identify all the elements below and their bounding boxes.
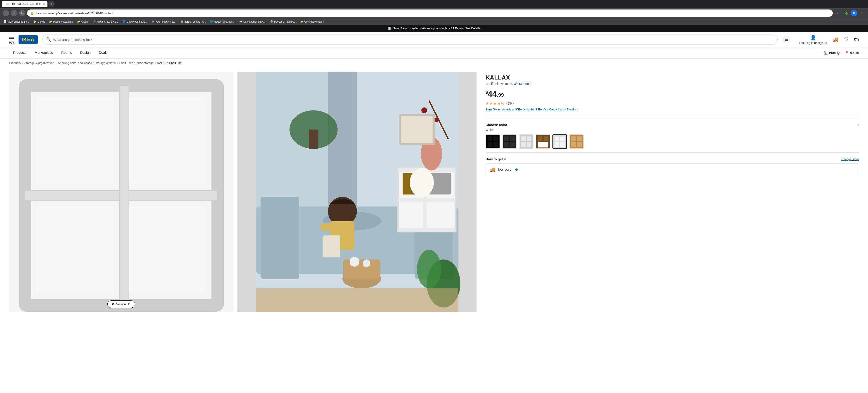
bookmark-item[interactable]: ☁️ S3 Management C... bbox=[237, 20, 268, 24]
price-dollar-sign: $ bbox=[486, 90, 488, 95]
menu-button[interactable]: Menu bbox=[9, 37, 14, 42]
forward-button[interactable]: → bbox=[11, 10, 17, 16]
bookmark-item[interactable]: 🔵 Google Compute... bbox=[121, 20, 149, 24]
camera-icon: 📷 bbox=[784, 38, 788, 41]
svg-rect-11 bbox=[309, 130, 318, 149]
svg-rect-2 bbox=[119, 86, 129, 305]
hamburger-line bbox=[9, 40, 14, 40]
close-tab-icon[interactable]: ✕ bbox=[43, 3, 45, 6]
ikea-nav: Products Marketplace Rooms Design Deals … bbox=[0, 47, 868, 59]
svg-rect-51 bbox=[526, 136, 527, 148]
product-layout: ⟳ View in 3D bbox=[0, 67, 868, 317]
svg-rect-3 bbox=[37, 98, 113, 185]
svg-rect-61 bbox=[559, 136, 560, 147]
change-store-link[interactable]: Change store bbox=[841, 157, 859, 161]
header-actions: 👤 Hej! Log in or sign up 🚚 ♡ 🛍 bbox=[799, 35, 859, 44]
nav-design[interactable]: Design bbox=[76, 47, 95, 58]
announcement-bar: ℹ️ New! Save on select delivery options … bbox=[0, 25, 868, 32]
svg-point-36 bbox=[417, 250, 441, 288]
color-swatch-darkgray[interactable] bbox=[502, 134, 517, 149]
nav-marketplace[interactable]: Marketplace bbox=[31, 47, 57, 58]
svg-point-38 bbox=[410, 168, 434, 197]
url-text: ikea.com/us/en/p/kallax-shelf-unit-white… bbox=[36, 11, 830, 15]
color-swatch-beige[interactable] bbox=[569, 134, 584, 149]
breadcrumb-sep: › bbox=[155, 61, 156, 65]
address-bar[interactable]: 🔒 ikea.com/us/en/p/kallax-shelf-unit-whi… bbox=[27, 9, 833, 17]
login-button[interactable]: 👤 Hej! Log in or sign up bbox=[799, 35, 827, 44]
menu-label: Menu bbox=[9, 41, 14, 42]
breadcrumb-products[interactable]: Products bbox=[9, 61, 21, 65]
info-icon: ℹ️ bbox=[388, 27, 392, 30]
price-cents: .99 bbox=[497, 92, 504, 98]
nav-products[interactable]: Products bbox=[9, 47, 31, 58]
color-swatch-walnut[interactable] bbox=[536, 134, 550, 149]
store-selector[interactable]: 🏪 Brooklyn bbox=[824, 51, 841, 55]
svg-rect-6 bbox=[129, 206, 205, 293]
bookmark-star-icon[interactable]: ☆ bbox=[835, 10, 841, 16]
color-swatch-white[interactable] bbox=[553, 134, 567, 149]
back-button[interactable]: ← bbox=[3, 10, 9, 16]
more-options-icon[interactable]: ⋮ bbox=[859, 10, 865, 16]
heart-icon: ♡ bbox=[844, 37, 848, 42]
3d-icon: ⟳ bbox=[112, 302, 115, 306]
camera-search-button[interactable]: 📷 bbox=[782, 35, 790, 43]
announcement-text: New! Save on select delivery options wit… bbox=[393, 27, 480, 30]
reload-button[interactable]: ↻ bbox=[19, 10, 25, 16]
bookmark-item[interactable]: 📁 Other Bookmarks bbox=[298, 20, 326, 24]
color-swatch-black[interactable] bbox=[486, 134, 500, 149]
product-size-link[interactable]: 30 3/8x30 3/8 " bbox=[510, 82, 531, 86]
active-tab[interactable]: 🛒 KALLAX Shelf unit - IKEA ✕ bbox=[2, 1, 48, 7]
view-3d-label: View in 3D bbox=[116, 302, 130, 306]
search-bar[interactable]: 🔍 bbox=[42, 35, 778, 44]
cart-button[interactable]: 🛍 bbox=[854, 37, 859, 42]
nav-rooms[interactable]: Rooms bbox=[57, 47, 76, 58]
delivery-truck-icon: 🚚 bbox=[489, 167, 495, 172]
bookmark-item[interactable]: 🔗 Alibaba - ECS Ma... bbox=[91, 20, 120, 24]
wishlist-button[interactable]: ♡ bbox=[844, 37, 848, 42]
bookmark-item[interactable]: 📦 Packer by HashiC... bbox=[268, 20, 298, 24]
browser-actions: ☆ 🧩 P ⋮ bbox=[835, 10, 865, 16]
credit-card-offer[interactable]: Earn 5% in rewards at IKEA using the IKE… bbox=[486, 108, 859, 115]
svg-rect-39 bbox=[400, 115, 434, 144]
search-input[interactable] bbox=[53, 38, 774, 41]
breadcrumb-shelf-units[interactable]: Shelf units & cube storage bbox=[119, 61, 154, 65]
product-rating: ★★★★½ (834) bbox=[486, 101, 859, 106]
how-to-get-header: How to get it Change store bbox=[486, 157, 859, 161]
tab-favicon: 🛒 bbox=[4, 1, 11, 7]
extensions-icon[interactable]: 🧩 bbox=[843, 10, 849, 16]
bookmark-item[interactable]: 🌐 Modem debuggin... bbox=[208, 20, 237, 24]
bookmark-item[interactable]: 📁 Crypto bbox=[75, 20, 90, 24]
new-tab-button[interactable]: + bbox=[49, 1, 55, 7]
breadcrumb-sep: › bbox=[22, 61, 23, 65]
svg-rect-37 bbox=[256, 288, 458, 312]
breadcrumb-current: KALLAX Shelf unit bbox=[157, 61, 182, 65]
nav-deals[interactable]: Deals bbox=[95, 47, 112, 58]
rating-count: (834) bbox=[506, 102, 514, 105]
product-images: ⟳ View in 3D bbox=[9, 72, 476, 313]
search-icon: 🔍 bbox=[46, 37, 51, 42]
delivery-icon-button[interactable]: 🚚 bbox=[833, 37, 839, 42]
svg-rect-43 bbox=[492, 136, 493, 148]
svg-rect-28 bbox=[398, 198, 456, 202]
product-main-image: ⟳ View in 3D bbox=[9, 72, 234, 313]
delivery-option: 🚚 Delivery bbox=[486, 163, 859, 176]
color-swatch-whitegray[interactable] bbox=[519, 134, 533, 149]
hamburger-line bbox=[9, 38, 14, 39]
bookmark-item[interactable]: ⚙️ aws-lambda-lifec... bbox=[150, 20, 178, 24]
bookmark-item[interactable]: 🔒 ngrok - secure int... bbox=[179, 20, 208, 24]
breadcrumb-storage[interactable]: Storage & organization bbox=[24, 61, 54, 65]
view-3d-button[interactable]: ⟳ View in 3D bbox=[107, 300, 135, 308]
truck-icon: 🚚 bbox=[833, 37, 839, 42]
bookmark-item[interactable]: 📁 Github bbox=[32, 20, 47, 24]
ikea-logo[interactable]: IKEA bbox=[19, 35, 38, 44]
profile-icon[interactable]: P bbox=[851, 10, 857, 16]
breadcrumb-shelving[interactable]: Shelving units, bookcases & storage opti… bbox=[58, 61, 116, 65]
zip-selector[interactable]: 📍 90210 bbox=[845, 51, 859, 55]
svg-rect-5 bbox=[37, 206, 113, 293]
kallax-shelf-container bbox=[9, 72, 234, 313]
bookmark-item[interactable]: 📄 Web Scraping Blo... bbox=[2, 20, 31, 24]
color-expand-icon[interactable]: › bbox=[858, 123, 859, 127]
product-description: Shelf unit, white, 30 3/8x30 3/8 " bbox=[486, 82, 859, 86]
bookmark-item[interactable]: 📁 Machine Learning bbox=[47, 20, 74, 24]
choose-color-header: Choose color › bbox=[486, 123, 859, 127]
